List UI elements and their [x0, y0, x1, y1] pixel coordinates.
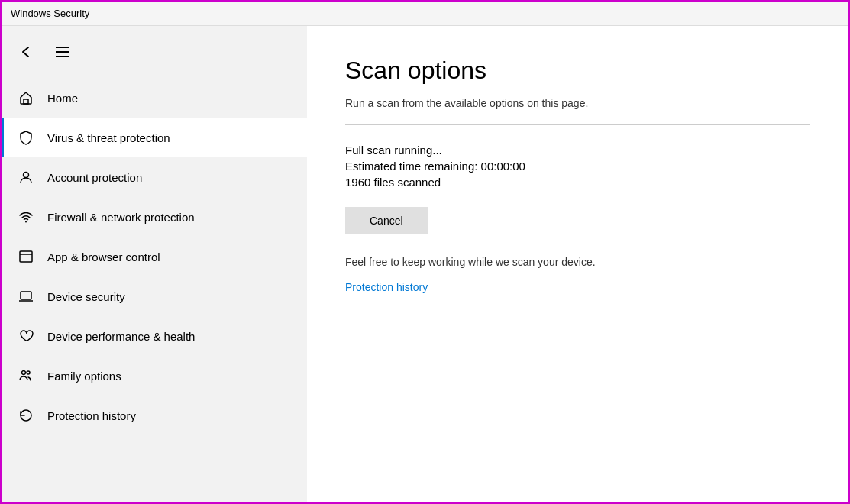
sidebar-item-device-security[interactable]: Device security — [2, 276, 307, 316]
laptop-icon — [17, 287, 35, 305]
svg-point-2 — [25, 221, 27, 223]
divider — [345, 124, 810, 125]
sidebar: Home Virus & threat protection — [2, 26, 307, 504]
shield-icon — [17, 128, 35, 147]
nav-list: Home Virus & threat protection — [2, 78, 307, 435]
hamburger-line — [56, 47, 69, 48]
svg-point-7 — [22, 371, 26, 375]
sidebar-item-virus-threat[interactable]: Virus & threat protection — [2, 118, 307, 157]
hamburger-line — [56, 56, 69, 57]
sidebar-item-device-health[interactable]: Device performance & health — [2, 316, 307, 356]
svg-point-1 — [24, 173, 29, 178]
app-title: Windows Security — [11, 8, 89, 19]
hamburger-button[interactable] — [50, 40, 75, 64]
back-button[interactable] — [14, 40, 38, 64]
sidebar-item-device-health-label: Device performance & health — [47, 330, 195, 343]
person-icon — [17, 168, 35, 186]
sidebar-item-family-options-label: Family options — [47, 370, 121, 383]
page-subtitle: Run a scan from the available options on… — [345, 97, 810, 109]
scan-status: Full scan running... Estimated time rema… — [345, 144, 810, 189]
sidebar-item-app-browser[interactable]: App & browser control — [2, 237, 307, 276]
history-icon — [17, 406, 35, 425]
sidebar-item-account-protection-label: Account protection — [47, 171, 142, 184]
svg-rect-0 — [24, 99, 28, 104]
main-content: Scan options Run a scan from the availab… — [307, 26, 848, 504]
svg-rect-3 — [20, 251, 32, 262]
sidebar-item-protection-history[interactable]: Protection history — [2, 396, 307, 435]
sidebar-item-device-security-label: Device security — [47, 290, 125, 303]
sidebar-item-app-browser-label: App & browser control — [47, 250, 160, 263]
page-title: Scan options — [345, 57, 810, 85]
sidebar-item-virus-threat-label: Virus & threat protection — [47, 131, 170, 144]
svg-point-8 — [27, 371, 30, 374]
family-icon — [17, 367, 35, 385]
hamburger-line — [56, 51, 69, 53]
window-icon — [17, 247, 35, 266]
home-icon — [17, 89, 35, 107]
scan-status-line1: Full scan running... — [345, 144, 810, 157]
scan-status-line3: 1960 files scanned — [345, 176, 810, 189]
sidebar-item-home-label: Home — [47, 92, 78, 105]
wifi-icon — [17, 208, 35, 226]
scan-status-line2: Estimated time remaining: 00:00:00 — [345, 160, 810, 173]
protection-history-link[interactable]: Protection history — [345, 281, 428, 293]
svg-rect-5 — [21, 292, 31, 299]
sidebar-item-protection-history-label: Protection history — [47, 409, 136, 422]
sidebar-item-firewall-label: Firewall & network protection — [47, 211, 195, 224]
sidebar-item-family-options[interactable]: Family options — [2, 356, 307, 396]
sidebar-item-account-protection[interactable]: Account protection — [2, 157, 307, 197]
sidebar-item-home[interactable]: Home — [2, 78, 307, 118]
working-text: Feel free to keep working while we scan … — [345, 256, 810, 268]
sidebar-item-firewall[interactable]: Firewall & network protection — [2, 197, 307, 237]
cancel-button[interactable]: Cancel — [345, 207, 428, 234]
heart-icon — [17, 327, 35, 345]
sidebar-top — [2, 32, 307, 72]
